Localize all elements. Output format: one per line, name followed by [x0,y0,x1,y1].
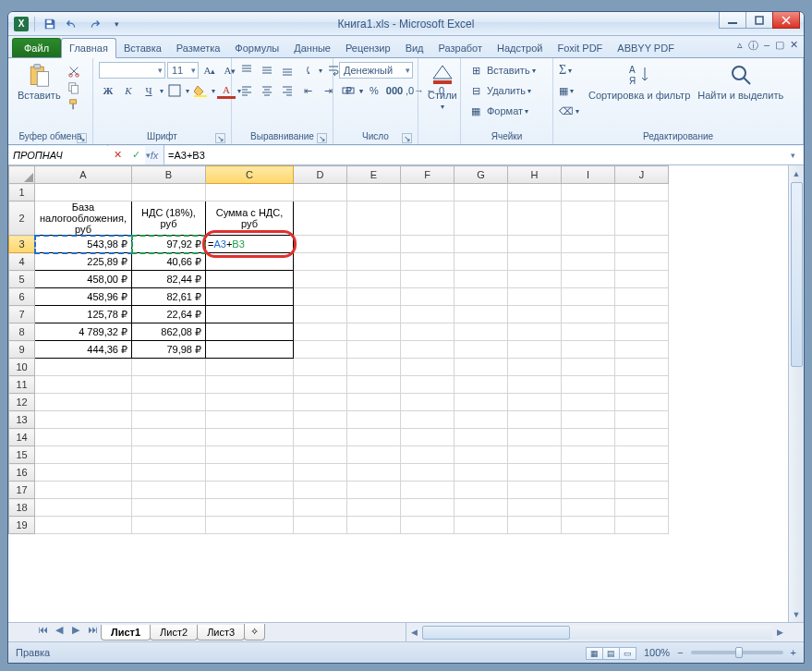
cell-B5[interactable]: 82,44 ₽ [132,271,206,288]
row-header-1[interactable]: 1 [9,184,35,201]
worksheet-grid[interactable]: ABCDEFGHIJ12База налогообложения, рубНДС… [8,165,788,622]
tab-nav-last-icon[interactable]: ⏭ [84,624,101,640]
tab-file[interactable]: Файл [12,38,61,57]
cell-C4[interactable] [206,253,294,271]
qat-redo[interactable] [85,15,103,33]
col-header-E[interactable]: E [347,166,401,184]
row-header-17[interactable]: 17 [9,482,35,499]
tab-layout[interactable]: Разметка [169,39,228,57]
scroll-up-icon[interactable]: ▲ [789,165,804,181]
tab-review[interactable]: Рецензир [338,39,398,57]
formula-input[interactable] [168,150,799,161]
col-header-B[interactable]: B [132,166,206,184]
row-header-3[interactable]: 3 [9,236,35,253]
tab-insert[interactable]: Вставка [116,39,169,57]
clear-icon[interactable]: ⌫ [559,105,574,117]
help-icon[interactable]: ⓘ [748,39,758,53]
find-select-button[interactable]: Найти и выделить [694,60,787,103]
zoom-level[interactable]: 100% [644,647,670,658]
select-all-corner[interactable] [9,166,35,184]
insert-cells-icon[interactable]: ⊞ [467,62,485,79]
tab-nav-first-icon[interactable]: ⏮ [34,624,51,640]
formula-expand-icon[interactable]: ▾ [786,151,799,160]
format-cells-label[interactable]: Формат [487,105,523,116]
cell-C5[interactable] [206,271,294,288]
vertical-scrollbar[interactable]: ▲ ▼ [788,165,804,622]
col-header-F[interactable]: F [401,166,454,184]
scroll-down-icon[interactable]: ▼ [789,606,804,622]
paste-button[interactable]: Вставить [14,60,65,103]
indent-dec-icon[interactable]: ⇤ [298,82,317,99]
cell-A9[interactable]: 444,36 ₽ [35,341,132,359]
row-header-18[interactable]: 18 [9,499,35,517]
align-bottom-icon[interactable] [278,62,297,79]
cell-A3[interactable]: 543,98 ₽ [35,236,132,253]
col-header-I[interactable]: I [562,166,615,184]
horizontal-scrollbar[interactable]: ◀▶ [406,623,788,641]
styles-button[interactable]: Стили▾ [424,60,461,113]
row-header-5[interactable]: 5 [9,271,35,288]
row-header-7[interactable]: 7 [9,306,35,323]
doc-minimize-icon[interactable]: – [764,39,770,53]
cell-B3[interactable]: 97,92 ₽ [132,236,206,253]
sheet-tab-2[interactable]: Лист2 [150,625,198,640]
tab-addins[interactable]: Надстрой [490,39,550,57]
tab-foxit[interactable]: Foxit PDF [550,39,610,57]
zoom-slider[interactable] [691,651,783,654]
font-name-combo[interactable] [99,62,165,79]
cell-A7[interactable]: 125,78 ₽ [35,306,132,323]
col-header-A[interactable]: A [35,166,132,184]
row-header-2[interactable]: 2 [9,201,35,236]
row-header-8[interactable]: 8 [9,323,35,341]
row-header-16[interactable]: 16 [9,464,35,482]
row-header-19[interactable]: 19 [9,517,35,534]
tab-data[interactable]: Данные [286,39,338,57]
number-format-combo[interactable]: Денежный [339,62,413,79]
cell-C9[interactable] [206,341,294,359]
name-box[interactable]: ▾ [8,145,108,165]
insert-cells-label[interactable]: Вставить [487,65,530,76]
col-header-G[interactable]: G [454,166,508,184]
window-close[interactable] [772,12,800,29]
col-header-H[interactable]: H [508,166,562,184]
window-minimize[interactable] [719,12,746,29]
align-right-icon[interactable] [278,82,297,99]
copy-button[interactable] [65,79,83,96]
cell-A8[interactable]: 4 789,32 ₽ [35,323,132,341]
row-header-13[interactable]: 13 [9,411,35,429]
italic-button[interactable]: К [119,82,138,99]
view-layout-icon[interactable]: ▤ [602,647,620,660]
row-header-10[interactable]: 10 [9,359,35,376]
align-center-icon[interactable] [258,82,276,99]
cell-B4[interactable]: 40,66 ₽ [132,253,206,271]
borders-button[interactable] [165,82,184,99]
tab-abbyy[interactable]: ABBYY PDF [610,39,682,57]
percent-icon[interactable]: % [365,82,383,99]
autosum-icon[interactable]: Σ [559,63,566,78]
tab-home[interactable]: Главная [61,38,116,58]
qat-undo[interactable] [63,15,81,33]
align-launcher-icon[interactable]: ↘ [317,133,327,143]
view-pagebreak-icon[interactable]: ▭ [619,647,636,660]
fill-color-button[interactable] [191,82,210,99]
format-painter-button[interactable] [65,96,83,113]
cut-button[interactable] [65,63,83,79]
row-header-9[interactable]: 9 [9,341,35,359]
format-cells-icon[interactable]: ▦ [467,103,485,119]
accounting-icon[interactable]: ₽ [339,82,358,99]
row-header-14[interactable]: 14 [9,429,35,446]
insert-function-button[interactable]: fx [145,150,164,161]
cell-C6[interactable] [206,288,294,306]
tab-nav-prev-icon[interactable]: ◀ [51,624,67,640]
delete-cells-label[interactable]: Удалить [487,85,526,96]
formula-enter-button[interactable]: ✓ [127,149,145,161]
zoom-out-button[interactable]: − [677,647,683,658]
sheet-tab-1[interactable]: Лист1 [101,625,151,640]
cell-C7[interactable] [206,306,294,323]
clipboard-launcher-icon[interactable]: ↘ [77,133,87,143]
font-launcher-icon[interactable]: ↘ [215,133,225,143]
sort-filter-button[interactable]: АЯСортировка и фильтр [585,60,694,103]
cell-B6[interactable]: 82,61 ₽ [132,288,206,306]
zoom-in-button[interactable]: + [791,647,796,658]
tab-nav-next-icon[interactable]: ▶ [67,624,84,640]
